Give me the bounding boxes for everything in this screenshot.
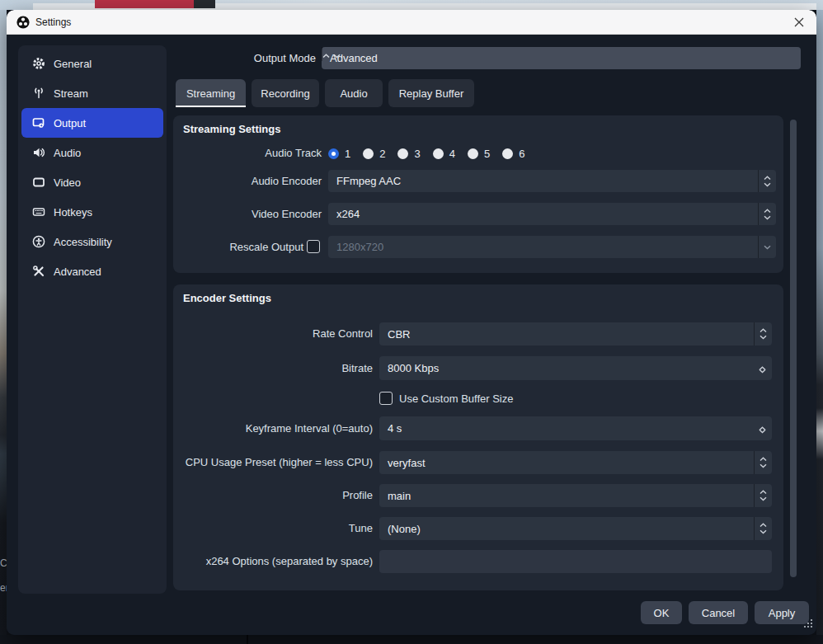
rate-control-select[interactable]: CBR (379, 322, 772, 346)
gear-icon (31, 57, 45, 71)
tune-label: Tune (173, 517, 373, 540)
streaming-settings-panel: Streaming Settings Audio Track 1 2 3 4 5… (173, 115, 783, 273)
close-button[interactable] (788, 12, 810, 33)
chevron-updown-icon[interactable] (758, 170, 776, 192)
chevron-down-icon[interactable] (759, 422, 766, 437)
background-divider-line (247, 635, 248, 644)
output-mode-label: Output Mode (214, 47, 316, 69)
use-custom-buffer-size-label: Use Custom Buffer Size (399, 392, 513, 406)
radio-icon[interactable] (468, 148, 478, 159)
background-right-strip (816, 10, 823, 635)
profile-label: Profile (173, 484, 373, 507)
sidebar-item-label: Audio (54, 147, 81, 159)
audio-track-radio-group: 1 2 3 4 5 6 (328, 145, 537, 162)
audio-track-option-4[interactable]: 4 (433, 148, 455, 160)
x264-options-label: x264 Options (separated by space) (173, 550, 373, 573)
tab-audio[interactable]: Audio (325, 79, 383, 107)
audio-track-option-5[interactable]: 5 (468, 148, 490, 160)
radio-icon[interactable] (502, 148, 513, 159)
obs-logo-icon (16, 16, 30, 29)
sidebar-item-advanced[interactable]: Advanced (21, 256, 163, 286)
keyboard-icon (31, 205, 45, 219)
chevron-down-icon (758, 236, 776, 258)
bitrate-label: Bitrate (173, 356, 373, 380)
background-red-bar (95, 0, 194, 8)
desktop: { "window": { "title": "Settings" }, "ba… (0, 0, 823, 644)
sidebar-item-label: Hotkeys (54, 206, 92, 219)
cpu-usage-preset-label: CPU Usage Preset (higher = less CPU) (173, 451, 373, 474)
audio-track-option-2[interactable]: 2 (363, 148, 385, 160)
bitrate-spinbox[interactable]: 8000 Kbps (379, 356, 772, 380)
audio-track-option-1[interactable]: 1 (328, 148, 350, 160)
title-bar[interactable]: Settings (7, 10, 816, 35)
audio-encoder-select[interactable]: FFmpeg AAC (328, 170, 776, 192)
settings-dialog: Settings General Stream Output (7, 10, 816, 635)
audio-encoder-label: Audio Encoder (173, 170, 322, 192)
x264-options-input[interactable] (379, 550, 772, 573)
speaker-icon (31, 146, 45, 160)
section-title: Encoder Settings (183, 292, 271, 304)
chevron-updown-icon[interactable] (754, 484, 772, 507)
keyframe-interval-label: Keyframe Interval (0=auto) (173, 416, 373, 440)
rescale-resolution-combobox: 1280x720 (328, 236, 776, 258)
video-encoder-label: Video Encoder (173, 203, 322, 225)
background-dark-bar (194, 0, 215, 8)
vertical-scrollbar[interactable] (790, 120, 797, 577)
sidebar-item-label: Stream (54, 87, 88, 100)
sidebar-item-accessibility[interactable]: Accessibility (21, 227, 163, 256)
window-title: Settings (35, 10, 71, 35)
rescale-output-label: Rescale Output (173, 236, 303, 258)
radio-icon[interactable] (363, 148, 374, 159)
output-mode-select[interactable]: Advanced (322, 47, 801, 69)
background-right-highlight (816, 408, 823, 459)
sidebar-item-audio[interactable]: Audio (21, 138, 163, 167)
chevron-updown-icon[interactable] (754, 517, 772, 540)
sidebar-item-video[interactable]: Video (21, 167, 163, 197)
sidebar-item-label: Advanced (54, 266, 101, 278)
tab-streaming[interactable]: Streaming (176, 79, 246, 107)
sidebar-item-label: General (54, 58, 92, 70)
tab-recording[interactable]: Recording (252, 79, 319, 107)
sidebar-item-output[interactable]: Output (21, 108, 163, 138)
sidebar-item-label: Output (54, 117, 86, 129)
section-title: Streaming Settings (183, 123, 280, 135)
tools-icon (31, 265, 45, 279)
profile-select[interactable]: main (379, 484, 772, 507)
chevron-updown-icon[interactable] (754, 322, 772, 346)
sidebar-item-general[interactable]: General (21, 49, 163, 78)
broadcast-icon (31, 87, 45, 101)
radio-icon[interactable] (397, 148, 408, 159)
sidebar-item-label: Accessibility (54, 236, 112, 248)
tune-select[interactable]: (None) (379, 517, 772, 540)
encoder-settings-panel: Encoder Settings Rate Control CBR Bitrat… (173, 284, 783, 590)
chevron-updown-icon[interactable] (758, 203, 776, 225)
accessibility-icon (31, 235, 45, 249)
audio-track-label: Audio Track (173, 145, 322, 162)
radio-icon[interactable] (433, 148, 444, 159)
chevron-down-icon[interactable] (759, 362, 766, 377)
sidebar-item-label: Video (54, 176, 81, 189)
use-custom-buffer-size-checkbox[interactable] (379, 392, 393, 405)
rescale-output-checkbox[interactable] (307, 240, 320, 253)
rate-control-label: Rate Control (173, 322, 373, 346)
audio-track-option-6[interactable]: 6 (502, 148, 524, 160)
output-icon (31, 116, 45, 130)
output-mode-value: Advanced (330, 47, 378, 69)
sidebar-item-hotkeys[interactable]: Hotkeys (21, 197, 163, 227)
ok-button[interactable]: OK (641, 601, 682, 624)
audio-track-option-3[interactable]: 3 (397, 148, 420, 160)
background-bottom-strip (0, 635, 823, 644)
settings-sidebar: General Stream Output Audio Video (18, 45, 167, 594)
resize-grip[interactable] (804, 617, 813, 632)
video-encoder-select[interactable]: x264 (328, 203, 776, 225)
cpu-usage-preset-select[interactable]: veryfast (379, 451, 772, 474)
sidebar-item-stream[interactable]: Stream (21, 78, 163, 108)
radio-checked-icon[interactable] (328, 148, 339, 159)
tab-replay-buffer[interactable]: Replay Buffer (388, 79, 474, 107)
monitor-icon (31, 176, 45, 190)
keyframe-interval-spinbox[interactable]: 4 s (379, 416, 772, 440)
cancel-button[interactable]: Cancel (689, 601, 748, 624)
apply-button[interactable]: Apply (755, 601, 809, 624)
background-left-strip (0, 10, 7, 635)
chevron-updown-icon[interactable] (754, 451, 772, 474)
